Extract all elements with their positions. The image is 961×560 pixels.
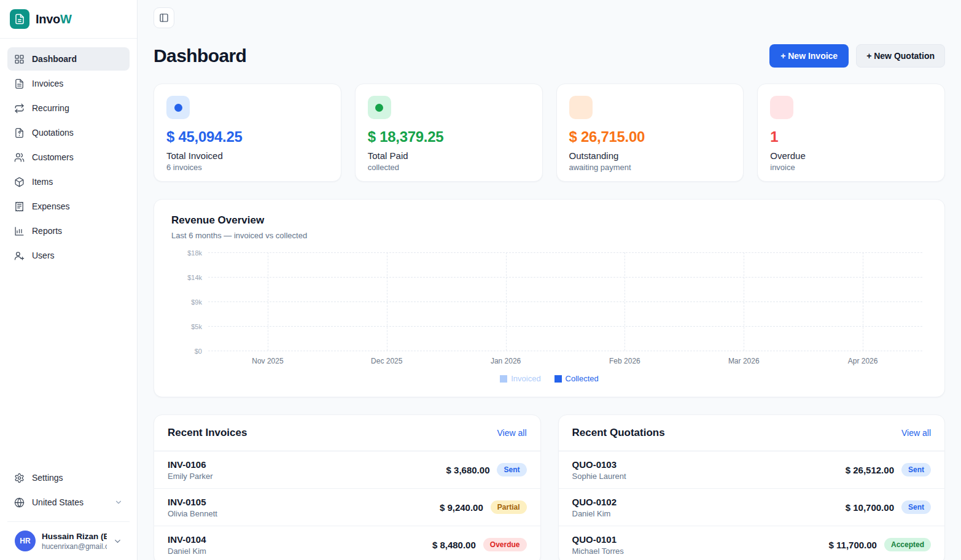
chart-title: Revenue Overview xyxy=(171,214,927,227)
sidebar-item-items[interactable]: Items xyxy=(7,170,130,193)
locale-selector[interactable]: United States xyxy=(7,491,130,514)
x-axis-tick: Dec 2025 xyxy=(327,357,446,365)
logo: InvoW xyxy=(0,0,137,39)
invoice-number: INV-0105 xyxy=(168,497,217,507)
outstanding-icon xyxy=(569,96,593,119)
quotation-customer: Michael Torres xyxy=(572,546,624,556)
sidebar-item-label: Settings xyxy=(32,473,63,483)
invoice-amount: $ 3,680.00 xyxy=(446,465,490,475)
quotation-amount: $ 11,700.00 xyxy=(829,540,877,550)
quotation-number: QUO-0101 xyxy=(572,534,624,545)
invoiced-dot-icon xyxy=(166,96,190,119)
quotation-row-info: QUO-0102 Daniel Kim xyxy=(572,497,617,518)
header-actions: + New Invoice + New Quotation xyxy=(769,44,945,68)
user-email: hucenrixan@gmail.c... xyxy=(42,542,107,551)
stat-value: $ 26,715.00 xyxy=(569,128,731,146)
sidebar-item-expenses[interactable]: Expenses xyxy=(7,195,130,218)
sidebar-item-invoices[interactable]: Invoices xyxy=(7,72,130,95)
legend-item-invoiced[interactable]: Invoiced xyxy=(500,374,540,383)
sidebar-item-settings[interactable]: Settings xyxy=(7,466,130,489)
sidebar-item-recurring[interactable]: Recurring xyxy=(7,96,130,120)
sidebar-item-label: Customers xyxy=(32,152,74,162)
recent-lists: Recent Invoices View all INV-0106 Emily … xyxy=(154,414,945,560)
gridline-vertical xyxy=(268,252,268,351)
recent-quotations-card: Recent Quotations View all QUO-0103 Soph… xyxy=(558,414,946,560)
user-meta: Hussain Rizan (E... hucenrixan@gmail.c..… xyxy=(42,532,107,551)
quotation-file-icon xyxy=(14,128,25,138)
x-axis: Nov 2025 Dec 2025 Jan 2026 Feb 2026 Mar … xyxy=(208,357,922,365)
user-name: Hussain Rizan (E... xyxy=(42,532,107,541)
quotation-row[interactable]: QUO-0103 Sophie Laurent $ 26,512.00 Sent xyxy=(559,451,945,489)
user-menu[interactable]: HR Hussain Rizan (E... hucenrixan@gmail.… xyxy=(7,521,130,560)
sidebar-toggle-button[interactable] xyxy=(154,7,174,28)
sidebar-item-label: Expenses xyxy=(32,201,69,211)
legend-item-collected[interactable]: Collected xyxy=(554,374,599,383)
invoice-customer: Daniel Kim xyxy=(168,546,206,556)
sidebar-item-quotations[interactable]: Quotations xyxy=(7,121,130,144)
overdue-icon xyxy=(770,96,793,119)
chevron-down-icon xyxy=(113,537,122,546)
stat-card-total-invoiced: $ 45,094.25 Total Invoiced 6 invoices xyxy=(154,84,341,182)
legend-label: Invoiced xyxy=(511,374,540,383)
stat-label: Outstanding xyxy=(569,150,731,161)
stat-card-overdue: 1 Overdue invoice xyxy=(757,84,945,182)
gridline-vertical xyxy=(624,252,625,351)
repeat-icon xyxy=(14,103,25,114)
quotation-status-badge: Sent xyxy=(901,500,931,514)
quotation-status-badge: Sent xyxy=(901,463,931,476)
sidebar-item-customers[interactable]: Customers xyxy=(7,146,130,169)
gridline-vertical xyxy=(863,252,863,351)
sidebar-item-label: Reports xyxy=(32,226,62,236)
list-title: Recent Invoices xyxy=(168,427,247,439)
sidebar-item-users[interactable]: Users xyxy=(7,244,130,267)
stat-value: 1 xyxy=(770,128,932,146)
gridline-vertical xyxy=(387,252,387,351)
invoice-row-meta: $ 9,240.00 Partial xyxy=(440,500,527,514)
invoice-row[interactable]: INV-0104 Daniel Kim $ 8,480.00 Overdue xyxy=(154,526,540,560)
y-axis-tick: $18k xyxy=(187,249,202,257)
sidebar-item-reports[interactable]: Reports xyxy=(7,219,130,243)
view-all-invoices-link[interactable]: View all xyxy=(497,428,527,438)
invoice-row[interactable]: INV-0106 Emily Parker $ 3,680.00 Sent xyxy=(154,451,540,489)
list-title: Recent Quotations xyxy=(572,427,665,439)
chart-legend: Invoiced Collected xyxy=(171,374,927,383)
collected-swatch-icon xyxy=(554,375,562,383)
invoice-row-info: INV-0105 Olivia Bennett xyxy=(168,497,217,518)
gridline-horizontal: $5k xyxy=(208,326,922,327)
avatar: HR xyxy=(15,531,36,551)
new-quotation-button[interactable]: + New Quotation xyxy=(856,44,945,68)
main-content: Dashboard + New Invoice + New Quotation … xyxy=(138,0,961,560)
quotation-amount: $ 10,700.00 xyxy=(846,502,894,513)
app-logo-icon xyxy=(10,9,29,29)
gridline-horizontal: $0 xyxy=(208,351,922,351)
invoice-row[interactable]: INV-0105 Olivia Bennett $ 9,240.00 Parti… xyxy=(154,489,540,526)
gridline-vertical xyxy=(744,252,744,351)
y-axis-tick: $0 xyxy=(195,348,202,355)
quotation-row-meta: $ 10,700.00 Sent xyxy=(846,500,931,514)
gridline-horizontal: $18k xyxy=(208,252,922,253)
invoice-status-badge: Overdue xyxy=(483,538,527,551)
invoice-row-meta: $ 8,480.00 Overdue xyxy=(432,538,527,551)
quotation-row[interactable]: QUO-0102 Daniel Kim $ 10,700.00 Sent xyxy=(559,489,945,526)
quotation-row-info: QUO-0101 Michael Torres xyxy=(572,534,624,556)
invoice-number: INV-0106 xyxy=(168,459,213,470)
panel-left-icon xyxy=(159,13,169,23)
stat-value: $ 18,379.25 xyxy=(368,128,530,146)
new-invoice-button[interactable]: + New Invoice xyxy=(769,44,849,68)
view-all-quotations-link[interactable]: View all xyxy=(901,428,931,438)
y-axis-tick: $14k xyxy=(187,274,202,281)
stat-label: Total Paid xyxy=(368,150,530,161)
sidebar-nav: Dashboard Invoices Recurring Quotations … xyxy=(0,39,137,267)
x-axis-tick: Apr 2026 xyxy=(803,357,922,365)
page-header: Dashboard + New Invoice + New Quotation xyxy=(154,44,945,68)
recent-invoices-header: Recent Invoices View all xyxy=(154,415,540,451)
quotation-customer: Sophie Laurent xyxy=(572,472,626,481)
package-box-icon xyxy=(14,177,25,187)
sidebar-item-dashboard[interactable]: Dashboard xyxy=(7,47,130,71)
chart-plot-area: $18k $14k $9k $5k $0 xyxy=(208,252,922,351)
quotation-row[interactable]: QUO-0101 Michael Torres $ 11,700.00 Acce… xyxy=(559,526,945,560)
invoice-status-badge: Partial xyxy=(491,500,527,514)
stat-label: Overdue xyxy=(770,150,932,161)
invoice-amount: $ 9,240.00 xyxy=(440,502,483,513)
sidebar-item-label: Dashboard xyxy=(32,54,77,64)
